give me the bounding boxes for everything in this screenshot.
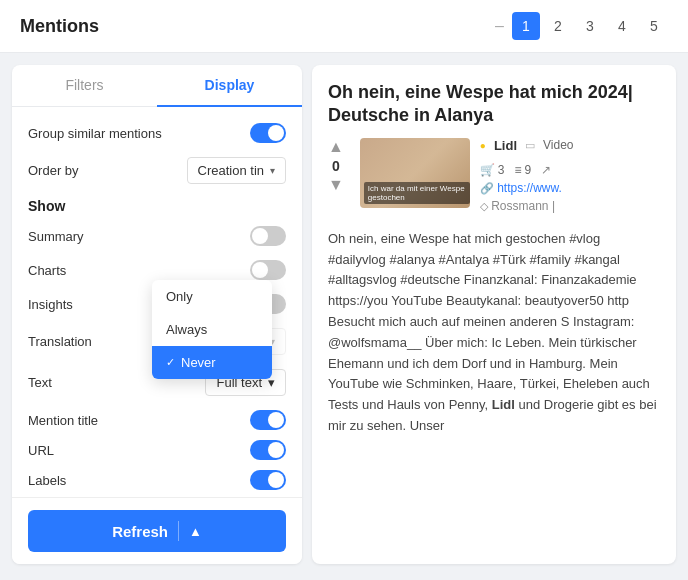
- pagination: – 1 2 3 4 5: [495, 12, 668, 40]
- content-area: Filters Display Group similar mentions O…: [0, 53, 688, 576]
- article-body: Oh nein, eine Wespe hat mich gestochen #…: [328, 229, 660, 437]
- refresh-chevron-icon: ▲: [189, 524, 202, 539]
- page-title: Mentions: [20, 16, 99, 37]
- show-section-title: Show: [28, 198, 286, 214]
- stat-comments: 🛒 3: [480, 163, 505, 177]
- charts-row: Charts: [28, 260, 286, 280]
- thumbnail-caption: Ich war da mit einer Wespe gestochen: [364, 182, 470, 204]
- translation-option-always[interactable]: Always: [152, 313, 272, 346]
- order-by-value: Creation tin: [198, 163, 264, 178]
- source-dot-icon: ●: [480, 140, 486, 151]
- tag-icon: ◇: [480, 200, 488, 212]
- video-badge: Video: [543, 138, 573, 152]
- main-container: Mentions – 1 2 3 4 5 Filters Display Gro…: [0, 0, 688, 580]
- article-meta-right: ● Lidl ▭ Video 🛒 3 ≡ 9: [480, 138, 660, 221]
- comments-count: 3: [498, 163, 505, 177]
- page-btn-2[interactable]: 2: [544, 12, 572, 40]
- group-similar-row: Group similar mentions: [28, 123, 286, 143]
- option-never-label: Never: [181, 355, 216, 370]
- page-btn-3[interactable]: 3: [576, 12, 604, 40]
- text-label: Text: [28, 375, 52, 390]
- order-by-row: Order by Creation tin ▾: [28, 157, 286, 184]
- refresh-divider: [178, 521, 179, 541]
- refresh-label: Refresh: [112, 523, 168, 540]
- group-similar-label: Group similar mentions: [28, 126, 162, 141]
- tab-display[interactable]: Display: [157, 65, 302, 107]
- article-thumbnail: Ich war da mit einer Wespe gestochen: [360, 138, 470, 208]
- labels-label: Labels: [28, 473, 66, 488]
- tabs: Filters Display: [12, 65, 302, 107]
- article-tag: ◇ Rossmann |: [480, 199, 660, 213]
- charts-toggle[interactable]: [250, 260, 286, 280]
- share-icon: ↗: [541, 163, 551, 177]
- list-count: 9: [525, 163, 532, 177]
- mention-title-row: Mention title: [28, 410, 286, 430]
- option-always-label: Always: [166, 322, 207, 337]
- summary-label: Summary: [28, 229, 84, 244]
- refresh-button[interactable]: Refresh ▲: [28, 510, 286, 552]
- basket-icon: 🛒: [480, 163, 495, 177]
- video-icon: ▭: [525, 139, 535, 152]
- page-btn-4[interactable]: 4: [608, 12, 636, 40]
- insights-label: Insights: [28, 297, 73, 312]
- group-similar-toggle[interactable]: [250, 123, 286, 143]
- list-icon: ≡: [515, 163, 522, 177]
- article-meta: ● Lidl ▭ Video: [480, 138, 660, 153]
- order-by-dropdown[interactable]: Creation tin ▾: [187, 157, 286, 184]
- source-name: Lidl: [494, 138, 517, 153]
- vote-down-icon[interactable]: ▼: [328, 176, 344, 194]
- vote-count: 0: [332, 158, 340, 174]
- page-btn-5[interactable]: 5: [640, 12, 668, 40]
- url-row: URL: [28, 440, 286, 460]
- labels-row: Labels: [28, 470, 286, 490]
- url-label: URL: [28, 443, 54, 458]
- translation-option-never[interactable]: ✓ Never: [152, 346, 272, 379]
- mention-title-toggle[interactable]: [250, 410, 286, 430]
- link-icon: 🔗: [480, 182, 494, 194]
- tag-text: Rossmann |: [491, 199, 555, 213]
- order-by-label: Order by: [28, 163, 79, 178]
- order-by-chevron-icon: ▾: [270, 165, 275, 176]
- summary-row: Summary: [28, 226, 286, 246]
- article-thumbnail-area: ▲ 0 ▼ Ich war da mit einer Wespe gestoch…: [328, 138, 660, 221]
- article-title: Oh nein, eine Wespe hat mich 2024| Deuts…: [328, 81, 660, 128]
- article-stats: 🛒 3 ≡ 9 ↗: [480, 163, 660, 177]
- tab-filters[interactable]: Filters: [12, 65, 157, 106]
- page-btn-1[interactable]: 1: [512, 12, 540, 40]
- left-panel: Filters Display Group similar mentions O…: [12, 65, 302, 564]
- right-panel: Oh nein, eine Wespe hat mich 2024| Deuts…: [312, 65, 676, 564]
- stat-list: ≡ 9: [515, 163, 532, 177]
- option-only-label: Only: [166, 289, 193, 304]
- never-checkmark-icon: ✓: [166, 356, 175, 369]
- summary-toggle[interactable]: [250, 226, 286, 246]
- article-link[interactable]: 🔗 https://www.: [480, 181, 660, 195]
- labels-toggle[interactable]: [250, 470, 286, 490]
- header: Mentions – 1 2 3 4 5: [0, 0, 688, 53]
- refresh-btn-container: Refresh ▲: [12, 497, 302, 564]
- translation-dropdown-menu: Only Always ✓ Never: [152, 280, 272, 379]
- vote-area: ▲ 0 ▼: [328, 138, 350, 221]
- link-url: https://www.: [497, 181, 562, 195]
- translation-label: Translation: [28, 334, 92, 349]
- mention-title-label: Mention title: [28, 413, 98, 428]
- vote-up-icon[interactable]: ▲: [328, 138, 344, 156]
- translation-option-only[interactable]: Only: [152, 280, 272, 313]
- charts-label: Charts: [28, 263, 66, 278]
- url-toggle[interactable]: [250, 440, 286, 460]
- page-prev-icon: –: [495, 17, 504, 35]
- article-body-text: Oh nein, eine Wespe hat mich gestochen #…: [328, 231, 657, 433]
